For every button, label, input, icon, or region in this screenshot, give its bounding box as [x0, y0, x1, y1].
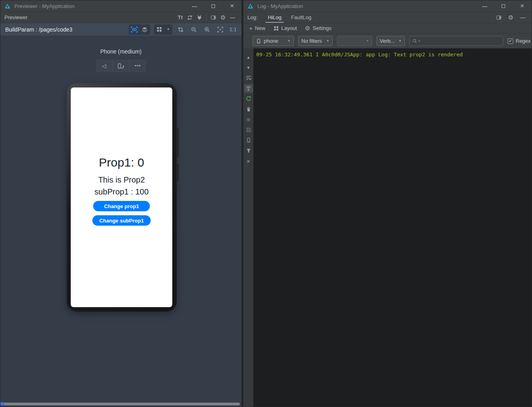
subprop1-text: subProp1 : 100: [94, 187, 149, 197]
fit-screen-button[interactable]: [215, 25, 225, 34]
minimize-icon: —: [192, 3, 197, 9]
plugin-button[interactable]: [195, 13, 204, 22]
minimize-button[interactable]: —: [185, 0, 204, 12]
rotate-device-button[interactable]: [112, 60, 129, 72]
log-settings-button[interactable]: ⚙ Settings: [305, 25, 331, 31]
tab-faultlog[interactable]: FaultLog: [286, 12, 316, 23]
panel-icon: [496, 14, 502, 21]
log-output[interactable]: 09-25 16:32:49.361 I A0c0d0/JSApp: app L…: [253, 48, 532, 407]
zoom-out-icon: [191, 26, 197, 33]
maximize-button[interactable]: [204, 0, 223, 12]
hide-panel-button[interactable]: —: [228, 13, 237, 22]
gear-icon: ⚙: [305, 25, 310, 31]
settings-button[interactable]: ⚙: [506, 13, 516, 22]
filters-select[interactable]: No filters ▼: [298, 36, 333, 46]
maximize-button[interactable]: [494, 0, 513, 12]
search-icon: [412, 38, 418, 44]
change-subprop1-button[interactable]: Change subProp1: [92, 215, 151, 226]
layers-mode-button[interactable]: [139, 25, 150, 34]
zoom-in-button[interactable]: [202, 25, 212, 34]
layout-grid-icon: [273, 26, 279, 31]
fit-screen-icon: [217, 26, 223, 33]
close-icon: ×: [247, 158, 250, 165]
volume-button: [176, 128, 179, 157]
change-prop1-button[interactable]: Change prop1: [93, 201, 150, 211]
text-size-icon: Tt: [178, 14, 183, 20]
display-mode-dropdown[interactable]: ▼: [154, 24, 172, 35]
layout-label: Layout: [281, 25, 297, 31]
text-size-button[interactable]: Tt: [175, 13, 185, 22]
device-select[interactable]: phone ▼: [253, 36, 294, 46]
device-log-button[interactable]: [243, 135, 253, 145]
deveco-logo-icon: [4, 3, 11, 10]
save-log-button[interactable]: [243, 125, 253, 135]
clear-log-button[interactable]: [243, 104, 253, 114]
panel-layout-button[interactable]: [494, 13, 504, 22]
buildparam-label: BuildParam : /pages/code3: [5, 26, 72, 33]
previewer-window: Previewer - MyApplication — × Previewer …: [0, 0, 242, 407]
close-log-button[interactable]: ×: [243, 156, 253, 166]
grid-icon: [156, 26, 162, 32]
search-input[interactable]: [421, 38, 500, 44]
scroll-to-end-button[interactable]: [243, 83, 253, 93]
inspector-mode-button[interactable]: [129, 25, 139, 34]
more-icon: •••: [135, 63, 141, 69]
power-button: [176, 164, 179, 181]
maximize-icon: [211, 4, 215, 8]
refresh-icon: [187, 14, 193, 21]
frame-select-button[interactable]: [176, 25, 185, 34]
process-select[interactable]: ▼: [337, 36, 372, 46]
toolbar-separator: [206, 14, 207, 21]
close-button[interactable]: ×: [513, 0, 532, 12]
chevron-down-icon: ▼: [326, 39, 329, 43]
panel-layout-button[interactable]: [209, 13, 218, 22]
zoom-ratio-button[interactable]: 1:1: [229, 26, 237, 32]
layout-button[interactable]: Layout: [273, 25, 297, 31]
minimize-button[interactable]: —: [475, 0, 494, 12]
soft-wrap-button[interactable]: [243, 73, 253, 83]
desktop: Previewer - MyApplication — × Previewer …: [0, 0, 532, 407]
view-mode-toggle: [129, 24, 150, 35]
horizontal-scrollbar[interactable]: [4, 403, 240, 405]
restart-session-button[interactable]: [243, 93, 253, 104]
crop-icon: [177, 26, 184, 33]
buildparam-bar: BuildParam : /pages/code3: [0, 23, 241, 36]
chevron-down-icon: ▼: [287, 39, 291, 43]
regex-label: Regex: [516, 38, 531, 44]
log-level-select[interactable]: Verb... ▼: [377, 36, 405, 46]
zoom-out-button[interactable]: [189, 25, 199, 34]
filter-log-button[interactable]: [243, 145, 253, 156]
panel-icon: [210, 14, 217, 21]
new-session-button[interactable]: + New: [249, 25, 265, 32]
device-controls: ◁ •••: [96, 60, 146, 72]
log-filter-bar: phone ▼ No filters ▼ ▼ Verb... ▼ ▾: [243, 34, 532, 48]
new-label: New: [255, 25, 265, 31]
scroll-down-button[interactable]: ▼: [243, 62, 253, 73]
preview-canvas: Phone (medium) ◁ ••• Prop1: 0 This is Pr…: [0, 36, 241, 407]
filters-select-value: No filters: [301, 38, 322, 44]
save-icon: [246, 127, 251, 133]
gear-icon: ⚙: [220, 14, 225, 20]
minimize-icon: —: [230, 14, 235, 20]
scroll-up-button[interactable]: ▲: [243, 52, 253, 62]
log-search-field[interactable]: ▾: [409, 36, 503, 46]
close-button[interactable]: ×: [223, 0, 241, 12]
scrollbar-corner-indicator: [0, 402, 4, 405]
gear-icon: ⚙: [508, 14, 513, 20]
regex-checkbox[interactable]: ✓: [508, 38, 513, 44]
hide-panel-button[interactable]: —: [518, 13, 528, 22]
disabled-blob-icon: [246, 117, 251, 122]
minimize-icon: —: [482, 3, 487, 9]
phone-device-frame: Prop1: 0 This is Prop2 subProp1 : 100 Ch…: [67, 83, 177, 312]
back-button[interactable]: ◁: [96, 60, 112, 72]
tab-hilog[interactable]: HiLog: [263, 12, 286, 23]
phone-icon: [246, 137, 251, 143]
settings-button[interactable]: ⚙: [218, 13, 228, 22]
window-title: Log - MyApplication: [257, 3, 303, 9]
selected-highlight: [244, 84, 253, 93]
more-options-button[interactable]: •••: [129, 60, 146, 72]
regex-toggle[interactable]: ✓ Regex: [508, 38, 531, 44]
chevron-down-icon: ▼: [165, 28, 172, 31]
log-titlebar: Log - MyApplication — ×: [243, 0, 532, 12]
refresh-button[interactable]: [185, 13, 195, 22]
